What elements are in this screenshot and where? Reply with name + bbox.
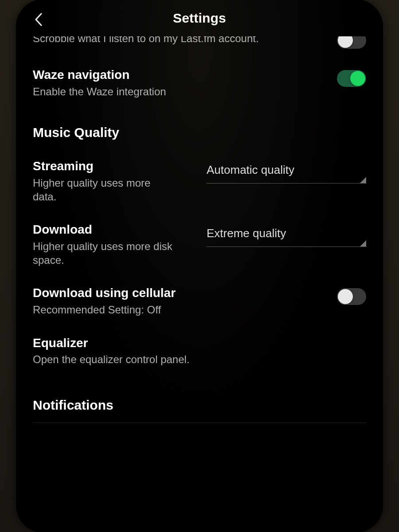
select-streaming-quality[interactable]: Automatic quality xyxy=(207,159,366,184)
phone-frame: Settings Scrobble what I listen to on my… xyxy=(17,0,382,532)
dropdown-triangle-icon xyxy=(360,177,366,183)
select-download-value: Extreme quality xyxy=(207,227,366,240)
setting-waze-title: Waze navigation xyxy=(33,67,326,82)
setting-equalizer-desc: Open the equalizer control panel. xyxy=(33,353,366,367)
setting-download-title: Download xyxy=(33,222,184,237)
header: Settings xyxy=(17,0,382,36)
setting-cellular-row[interactable]: Download using cellular Recommended Sett… xyxy=(33,286,366,317)
section-header-notifications: Notifications xyxy=(33,398,366,413)
toggle-knob xyxy=(338,36,353,48)
setting-streaming-row[interactable]: Streaming Higher quality uses more data.… xyxy=(33,159,366,203)
setting-streaming-title: Streaming xyxy=(33,159,175,174)
setting-download-row[interactable]: Download Higher quality uses more disk s… xyxy=(33,222,366,267)
settings-list[interactable]: Scrobble what I listen to on my Last.fm … xyxy=(17,36,382,532)
setting-scrobble-row[interactable]: Scrobble what I listen to on my Last.fm … xyxy=(33,36,366,49)
setting-waze-row[interactable]: Waze navigation Enable the Waze integrat… xyxy=(33,67,366,98)
chevron-left-icon xyxy=(33,12,43,27)
toggle-cellular[interactable] xyxy=(337,288,366,305)
section-header-music-quality: Music Quality xyxy=(33,125,366,140)
setting-waze-desc: Enable the Waze integration xyxy=(33,85,326,99)
setting-equalizer-row[interactable]: Equalizer Open the equalizer control pan… xyxy=(33,336,366,367)
setting-download-desc: Higher quality uses more disk space. xyxy=(33,240,184,267)
toggle-waze[interactable] xyxy=(337,70,366,87)
setting-cellular-title: Download using cellular xyxy=(33,286,326,301)
page-title: Settings xyxy=(173,11,226,26)
setting-streaming-desc: Higher quality uses more data. xyxy=(33,176,175,203)
back-button[interactable] xyxy=(29,11,47,28)
select-download-quality[interactable]: Extreme quality xyxy=(207,222,366,247)
select-streaming-value: Automatic quality xyxy=(207,163,366,177)
setting-cellular-desc: Recommended Setting: Off xyxy=(33,303,326,317)
setting-equalizer-title: Equalizer xyxy=(33,336,366,351)
app-screen: Settings Scrobble what I listen to on my… xyxy=(17,0,382,532)
setting-scrobble-desc: Scrobble what I listen to on my Last.fm … xyxy=(33,36,263,46)
divider xyxy=(33,422,366,423)
toggle-knob xyxy=(350,71,365,86)
dropdown-triangle-icon xyxy=(360,240,366,246)
toggle-scrobble[interactable] xyxy=(337,36,366,49)
photo-background: Settings Scrobble what I listen to on my… xyxy=(0,0,399,532)
toggle-knob xyxy=(338,289,353,304)
